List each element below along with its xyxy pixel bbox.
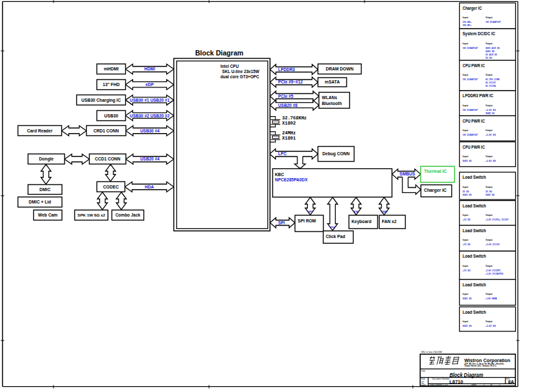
svg-text:USB20 #4: USB20 #4 [140, 157, 160, 161]
svg-text:32.768KHz: 32.768KHz [282, 115, 307, 121]
svg-text:X1801: X1801 [282, 136, 296, 141]
svg-text:+1V_S5: +1V_S5 [462, 243, 470, 246]
svg-text:Tuesday, September 15, 2015: Tuesday, September 15, 2015 [429, 384, 448, 386]
svg-text:Output: Output [486, 128, 493, 132]
svg-text:Output: Output [486, 155, 493, 158]
svg-text:SMBUS: SMBUS [400, 172, 415, 176]
svg-text:Card Reader: Card Reader [27, 128, 53, 133]
svg-text:NPCE285PA0DX: NPCE285PA0DX [275, 177, 308, 182]
svg-text:USB30 #4: USB30 #4 [140, 128, 160, 133]
svg-text:S05V_S0: S05V_S0 [486, 193, 495, 196]
svg-text:Web Cam: Web Cam [38, 213, 57, 217]
svg-text:19V_BT+: 19V_BT+ [462, 23, 472, 27]
svg-text:24MHz: 24MHz [282, 130, 296, 136]
svg-text:8A: 8A [508, 379, 514, 385]
svg-text:19V_DCBATOUT: 19V_DCBATOUT [462, 108, 478, 112]
svg-text:Taipei Hsien 221, Taiwan, R.O.: Taipei Hsien 221, Taiwan, R.O.C. [464, 365, 497, 367]
svg-text:Output: Output [486, 238, 493, 241]
svg-text:Output: Output [486, 320, 493, 323]
svg-text:LPC: LPC [278, 151, 287, 156]
svg-text:Load Switch: Load Switch [462, 175, 486, 179]
svg-text:Input: Input [462, 42, 468, 45]
svg-text:LPDDR3: LPDDR3 [278, 67, 295, 72]
svg-text:Input: Input [462, 16, 468, 19]
svg-text:SKL U-line 23e15W: SKL U-line 23e15W [222, 69, 260, 74]
svg-text:Input: Input [462, 155, 468, 158]
svg-text:Load Switch: Load Switch [462, 282, 486, 287]
svg-text:Input: Input [462, 213, 468, 217]
svg-text:dual core GT3+OPC: dual core GT3+OPC [220, 74, 260, 79]
svg-text:CPU PWR IC: CPU PWR IC [462, 145, 485, 149]
svg-text:PWM: PWM [381, 211, 387, 213]
svg-text:Block Diagram: Block Diagram [195, 48, 243, 57]
svg-text:Click Pad: Click Pad [326, 234, 346, 239]
svg-text:Output: Output [486, 292, 493, 295]
svg-text:Bluetooth: Bluetooth [322, 101, 342, 106]
svg-text:Load Switch: Load Switch [462, 228, 486, 233]
svg-text:Output: Output [486, 73, 493, 76]
svg-text:DMIC: DMIC [40, 187, 51, 192]
svg-text:DRAM DOWN: DRAM DOWN [326, 67, 354, 71]
svg-text:Input: Input [462, 238, 468, 241]
svg-text:Output: Output [486, 104, 493, 107]
svg-text:LPDDR3 PWR IC: LPDDR3 PWR IC [462, 93, 493, 98]
svg-text:Output: Output [486, 185, 493, 188]
svg-text:Keyboard: Keyboard [352, 219, 371, 224]
svg-text:+1V_S5: +1V_S5 [462, 218, 470, 221]
svg-text:5V_S5: 5V_S5 [486, 56, 492, 59]
svg-text:Input: Input [462, 104, 468, 107]
svg-text:Debug CONN: Debug CONN [322, 151, 350, 157]
svg-text:DMIC + Lid: DMIC + Lid [29, 200, 51, 204]
svg-text:HDA: HDA [145, 185, 154, 189]
svg-text:Output: Output [486, 264, 493, 267]
svg-text:Output: Output [486, 16, 493, 19]
svg-text:PS2: PS2 [330, 226, 335, 229]
svg-text:Input: Input [462, 128, 468, 132]
svg-text:+1V_S5: +1V_S5 [462, 269, 470, 272]
svg-text:Input: Input [462, 264, 468, 267]
svg-text:Load Switch: Load Switch [462, 254, 486, 258]
svg-text:Input: Input [462, 320, 468, 323]
svg-text:+1.0V_VCCPLL_VCCST: +1.0V_VCCPLL_VCCST [486, 218, 509, 221]
svg-text:19V_DCBATOUT: 19V_DCBATOUT [462, 46, 478, 50]
svg-text:S05V_S5: S05V_S5 [462, 297, 472, 300]
svg-text:CRD1 CONN: CRD1 CONN [93, 128, 119, 133]
svg-text:Date:: Date: [421, 384, 426, 386]
svg-text:mHDMI: mHDMI [104, 67, 119, 71]
svg-text:KSI: KSI [354, 211, 358, 213]
svg-text:CPU PWR IC: CPU PWR IC [462, 63, 485, 68]
svg-text:of: of [490, 384, 492, 386]
svg-text:Dongle: Dongle [39, 157, 54, 162]
svg-text:Charger IC: Charger IC [424, 188, 447, 193]
svg-text:Intel CPU: Intel CPU [220, 64, 239, 68]
svg-text:CCD1 CONN: CCD1 CONN [95, 157, 120, 161]
svg-text:Sheet: Sheet [472, 384, 477, 386]
svg-text:System DC/DC IC: System DC/DC IC [462, 31, 495, 37]
svg-text:SPI ROM: SPI ROM [298, 219, 316, 223]
svg-text:SKL U-line 23e15W: SKL U-line 23e15W [421, 350, 442, 354]
svg-text:X1802: X1802 [282, 121, 296, 126]
svg-text:S05V_S5: S05V_S5 [462, 324, 472, 327]
svg-text:PCIe #9~#12: PCIe #9~#12 [278, 80, 303, 84]
svg-text:mSATA: mSATA [325, 80, 340, 84]
svg-text:SPI: SPI [308, 211, 312, 213]
svg-text:USB30 #2 USB20 #2: USB30 #2 USB20 #2 [130, 113, 170, 118]
svg-text:USB20 #8: USB20 #8 [278, 103, 298, 108]
svg-text:Block Diagram: Block Diagram [449, 372, 483, 378]
svg-text:HDMI: HDMI [144, 67, 155, 71]
svg-text:eDP: eDP [145, 82, 154, 87]
svg-text:CODEC: CODEC [103, 185, 119, 189]
svg-text:19V_DCBATOUT: 19V_DCBATOUT [486, 20, 502, 23]
svg-text:Input: Input [462, 292, 468, 295]
svg-text:USB30 Charging IC: USB30 Charging IC [82, 98, 121, 103]
svg-text:+1.0V_S0: +1.0V_S0 [486, 324, 496, 327]
svg-text:SPK 1W 8Ω x2: SPK 1W 8Ω x2 [78, 213, 106, 217]
svg-text:4V_VCCSA: 4V_VCCSA [486, 84, 496, 87]
svg-text:Input: Input [462, 185, 468, 188]
svg-text:Output: Output [486, 213, 493, 217]
svg-text:+1.0V_S5: +1.0V_S5 [486, 159, 496, 162]
svg-text:Thermal IC: Thermal IC [424, 169, 447, 173]
svg-text:Document Number: Document Number [432, 378, 451, 380]
svg-text:Title: Title [421, 370, 425, 372]
svg-text:+1.0V_VCCIO: +1.0V_VCCIO [486, 243, 500, 246]
